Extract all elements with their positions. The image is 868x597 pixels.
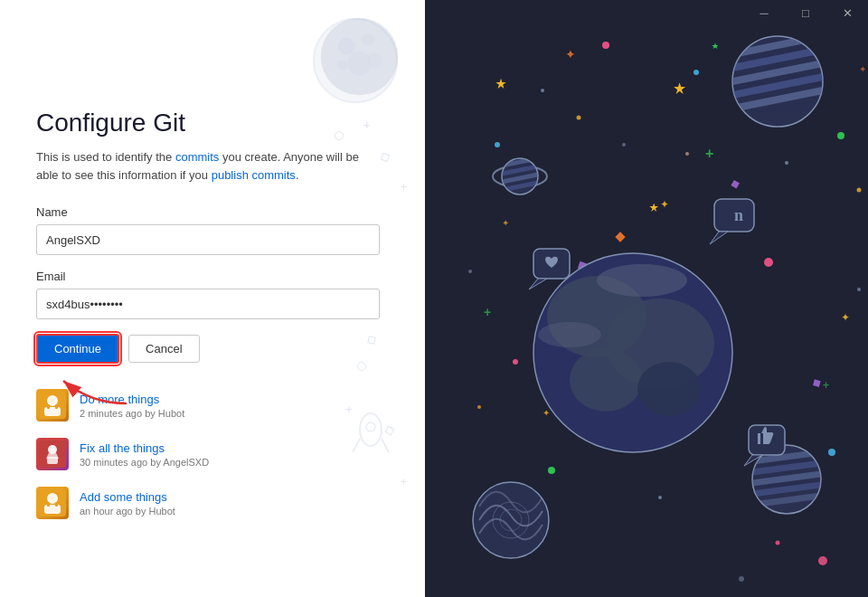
svg-point-43 xyxy=(785,161,788,165)
svg-point-92 xyxy=(818,556,827,565)
commit-avatar-3 xyxy=(36,487,69,519)
email-label: Email xyxy=(36,270,389,283)
close-button[interactable]: ✕ xyxy=(826,0,868,25)
page-title: Configure Git xyxy=(36,109,389,137)
svg-text:+: + xyxy=(484,305,491,319)
commit-info-2: Fix all the things 30 minutes ago by Ang… xyxy=(80,441,209,468)
svg-rect-15 xyxy=(55,404,58,409)
svg-point-89 xyxy=(477,405,481,409)
svg-text:n: n xyxy=(734,206,743,224)
svg-point-46 xyxy=(658,496,662,499)
svg-point-5 xyxy=(367,53,382,69)
commit-title-1[interactable]: Do more things xyxy=(80,393,184,406)
commit-avatar-2 xyxy=(36,438,69,470)
space-illustration: n xyxy=(425,0,868,597)
svg-point-45 xyxy=(468,270,472,273)
commit-title-2[interactable]: Fix all the things xyxy=(80,441,209,455)
svg-point-29 xyxy=(602,42,609,49)
commit-meta-2: 30 minutes ago by AngelSXD xyxy=(80,457,209,468)
svg-point-41 xyxy=(541,89,544,92)
svg-point-93 xyxy=(739,576,744,582)
commits-link[interactable]: commits xyxy=(175,150,219,164)
commit-title-3[interactable]: Add some things xyxy=(80,490,175,504)
svg-point-36 xyxy=(495,142,500,147)
svg-point-0 xyxy=(321,18,399,96)
title-bar: ─ □ ✕ xyxy=(743,0,868,25)
svg-point-37 xyxy=(828,449,835,456)
commit-item-3[interactable]: Add some things an hour ago by Hubot xyxy=(36,487,389,519)
svg-point-2 xyxy=(362,33,373,45)
svg-point-90 xyxy=(857,188,862,193)
name-input[interactable] xyxy=(36,224,380,255)
svg-text:+: + xyxy=(705,146,713,161)
svg-point-31 xyxy=(513,359,518,365)
svg-rect-13 xyxy=(44,407,61,416)
minimize-button[interactable]: ─ xyxy=(743,0,785,25)
name-label: Name xyxy=(36,205,389,219)
svg-point-1 xyxy=(338,38,355,55)
publish-commits-link[interactable]: publish commits xyxy=(212,168,296,182)
right-panel: ─ □ ✕ xyxy=(425,0,868,597)
svg-text:✦: ✦ xyxy=(502,218,509,228)
email-input[interactable] xyxy=(36,289,380,319)
svg-point-3 xyxy=(347,52,372,76)
svg-point-33 xyxy=(837,132,844,139)
svg-point-34 xyxy=(548,467,555,474)
svg-text:+: + xyxy=(823,379,829,392)
svg-point-84 xyxy=(473,482,549,558)
svg-point-88 xyxy=(577,116,581,120)
commit-info-3: Add some things an hour ago by Hubot xyxy=(80,490,175,516)
svg-rect-22 xyxy=(44,505,61,514)
svg-point-91 xyxy=(685,152,689,156)
commit-item-1[interactable]: Do more things 2 minutes ago by Hubot xyxy=(36,389,389,422)
svg-point-42 xyxy=(622,143,626,147)
svg-point-4 xyxy=(337,60,347,70)
maximize-button[interactable]: □ xyxy=(785,0,826,25)
commit-info-1: Do more things 2 minutes ago by Hubot xyxy=(80,393,184,419)
subtitle-text: This is used to identify the commits you… xyxy=(36,148,362,184)
svg-rect-23 xyxy=(47,502,50,507)
svg-text:✦: ✦ xyxy=(660,198,669,211)
svg-point-71 xyxy=(597,264,687,297)
svg-rect-14 xyxy=(47,404,50,409)
commit-avatar-1 xyxy=(36,389,69,422)
svg-point-35 xyxy=(693,70,699,75)
svg-point-47 xyxy=(776,541,780,545)
svg-text:✦: ✦ xyxy=(859,64,866,74)
svg-point-30 xyxy=(764,258,773,267)
svg-rect-24 xyxy=(55,502,58,507)
commit-list: Do more things 2 minutes ago by Hubot Fi… xyxy=(36,389,389,519)
left-panel: + + + + Configure Git This is used to id… xyxy=(0,0,425,597)
continue-button[interactable]: Continue xyxy=(36,334,119,364)
commit-meta-1: 2 minutes ago by Hubot xyxy=(80,408,184,419)
svg-text:✦: ✦ xyxy=(565,47,576,62)
button-row: Continue Cancel xyxy=(36,334,389,364)
svg-point-69 xyxy=(570,348,642,412)
cancel-button[interactable]: Cancel xyxy=(128,335,199,363)
svg-text:✦: ✦ xyxy=(542,408,550,418)
commit-meta-3: an hour ago by Hubot xyxy=(80,506,175,516)
svg-point-44 xyxy=(857,288,861,291)
svg-text:✦: ✦ xyxy=(841,311,850,324)
svg-point-72 xyxy=(538,322,601,347)
svg-rect-19 xyxy=(47,457,58,464)
commit-item-2[interactable]: Fix all the things 30 minutes ago by Ang… xyxy=(36,438,389,470)
svg-point-70 xyxy=(637,362,701,416)
